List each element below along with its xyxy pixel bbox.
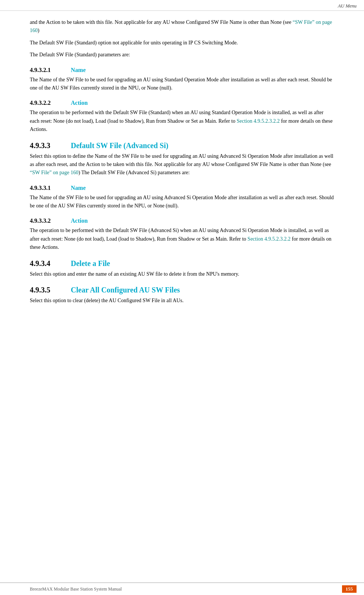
section-4935-title: Clear All Configured AU SW Files (71, 286, 180, 294)
section-4933-2-title: Action (71, 217, 88, 224)
section-4932-2-heading: 4.9.3.2.2 Action (30, 100, 334, 106)
intro-para-2: The Default SW File (Standard) option no… (30, 39, 334, 47)
section-4933-2-heading: 4.9.3.3.2 Action (30, 217, 334, 224)
section-4933-2-body: The operation to be performed with the D… (30, 226, 334, 251)
section-4933-1-title: Name (71, 185, 86, 191)
section-4934-number: 4.9.3.4 (30, 259, 71, 268)
section-4933-2-number: 4.9.3.3.2 (30, 217, 71, 224)
section-4935-body: Select this option to clear (delete) the… (30, 297, 334, 305)
section-4933-1-heading: 4.9.3.3.1 Name (30, 185, 334, 191)
section-4934-title: Delete a File (71, 259, 110, 268)
footer-left-text: BreezeMAX Modular Base Station System Ma… (30, 586, 122, 592)
section-4932-2-title: Action (71, 100, 88, 106)
section-4932-2-body: The operation to be performed with the D… (30, 109, 334, 134)
section-4935-heading: 4.9.3.5 Clear All Configured AU SW Files (30, 286, 334, 294)
section-4932-1-title: Name (71, 67, 86, 73)
sw-file-link-4933[interactable]: “SW File” on page 160 (30, 170, 78, 175)
section-4932-1-body: The Name of the SW File to be used for u… (30, 76, 334, 93)
section-4933-heading: 4.9.3.3 Default SW File (Advanced Si) (30, 141, 334, 150)
section-4933-number: 4.9.3.3 (30, 141, 71, 150)
header-title: AU Menu (338, 3, 357, 9)
section-4933-title: Default SW File (Advanced Si) (71, 141, 168, 150)
section-link-4933-2[interactable]: Section 4.9.5.2.3.2.2 (247, 236, 291, 242)
intro-para-3: The Default SW File (Standard) parameter… (30, 51, 334, 59)
page-header: AU Menu (0, 0, 364, 11)
section-4934-heading: 4.9.3.4 Delete a File (30, 259, 334, 268)
intro-para-1: and the Action to be taken with this fil… (30, 18, 334, 35)
page-footer: BreezeMAX Modular Base Station System Ma… (0, 582, 364, 595)
section-4934-body: Select this option and enter the name of… (30, 270, 334, 278)
section-4933-1-body: The Name of the SW File to be used for u… (30, 194, 334, 210)
section-4933-body: Select this option to define the Name of… (30, 152, 334, 177)
content-area: and the Action to be taken with this fil… (0, 11, 364, 595)
footer-page-number: 155 (342, 585, 357, 593)
section-4933-1-number: 4.9.3.3.1 (30, 185, 71, 191)
section-4935-number: 4.9.3.5 (30, 286, 71, 294)
section-4932-1-number: 4.9.3.2.1 (30, 67, 71, 73)
page-container: AU Menu and the Action to be taken with … (0, 0, 364, 595)
section-4932-1-heading: 4.9.3.2.1 Name (30, 67, 334, 73)
section-4932-2-number: 4.9.3.2.2 (30, 100, 71, 106)
section-link-4932-2[interactable]: Section 4.9.5.2.3.2.2 (237, 118, 280, 124)
sw-file-link-intro[interactable]: “SW File” on page 160 (30, 19, 332, 33)
